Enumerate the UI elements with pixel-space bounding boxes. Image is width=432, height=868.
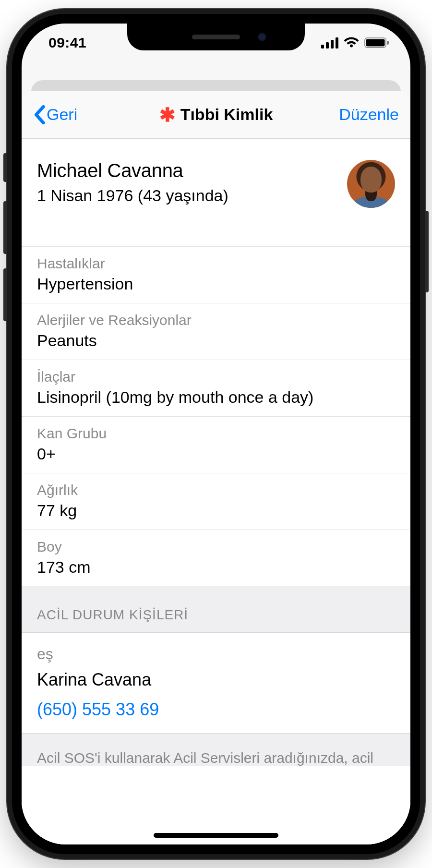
page-title-text: Tıbbi Kimlik: [180, 105, 273, 124]
field-medications: İlaçlar Lisinopril (10mg by mouth once a…: [22, 360, 410, 416]
field-blood-type: Kan Grubu 0+: [22, 416, 410, 473]
field-label: Hastalıklar: [37, 255, 395, 272]
field-label: Boy: [37, 539, 395, 555]
field-value: 77 kg: [37, 501, 395, 520]
medical-id-sheet: Geri ✱ Tıbbi Kimlik Düzenle Michael Cava…: [22, 91, 410, 844]
volume-down-button: [3, 268, 7, 321]
power-button: [425, 211, 429, 292]
contact-relation: eş: [37, 645, 395, 663]
field-conditions: Hastalıklar Hypertension: [22, 246, 410, 303]
volume-up-button: [3, 201, 7, 254]
front-camera: [258, 33, 266, 41]
emergency-section-header: ACİL DURUM KİŞİLERİ: [22, 586, 410, 633]
field-label: Ağırlık: [37, 482, 395, 498]
battery-icon: [364, 37, 389, 48]
back-button[interactable]: Geri: [33, 105, 159, 124]
status-time: 09:41: [48, 35, 86, 51]
wifi-icon: [343, 37, 360, 48]
footer-note: Acil SOS'i kullanarak Acil Servisleri ar…: [22, 733, 410, 766]
back-label: Geri: [47, 105, 77, 124]
page-title: ✱ Tıbbi Kimlik: [159, 105, 273, 124]
avatar: [347, 160, 395, 208]
silence-switch: [3, 153, 7, 182]
svg-rect-2: [331, 40, 334, 48]
screen: 09:41 Geri ✱ Tıbbi Kimlik Düzenle: [22, 24, 410, 844]
contact-phone[interactable]: (650) 555 33 69: [37, 699, 395, 720]
field-label: İlaçlar: [37, 369, 395, 385]
profile-name: Michael Cavanna: [37, 160, 228, 181]
medical-id-icon: ✱: [159, 105, 176, 124]
navbar: Geri ✱ Tıbbi Kimlik Düzenle: [22, 91, 410, 139]
svg-rect-5: [366, 39, 385, 47]
svg-rect-1: [326, 42, 329, 48]
svg-rect-3: [336, 37, 338, 48]
content[interactable]: Michael Cavanna 1 Nisan 1976 (43 yaşında…: [22, 139, 410, 844]
home-indicator[interactable]: [154, 833, 278, 838]
field-label: Kan Grubu: [37, 425, 395, 442]
field-value: Hypertension: [37, 275, 395, 293]
field-allergies: Alerjiler ve Reaksiyonlar Peanuts: [22, 303, 410, 360]
speaker-grille: [192, 35, 240, 39]
svg-rect-0: [321, 45, 324, 48]
field-weight: Ağırlık 77 kg: [22, 473, 410, 530]
profile-dob: 1 Nisan 1976 (43 yaşında): [37, 186, 228, 205]
field-value: 173 cm: [37, 558, 395, 577]
edit-button[interactable]: Düzenle: [339, 105, 399, 124]
cellular-icon: [321, 37, 338, 48]
field-value: 0+: [37, 445, 395, 463]
field-height: Boy 173 cm: [22, 530, 410, 586]
svg-rect-6: [387, 41, 389, 45]
chevron-left-icon: [33, 105, 46, 124]
profile-header: Michael Cavanna 1 Nisan 1976 (43 yaşında…: [22, 139, 410, 246]
field-label: Alerjiler ve Reaksiyonlar: [37, 312, 395, 328]
emergency-contact: eş Karina Cavana (650) 555 33 69: [22, 633, 410, 733]
contact-name: Karina Cavana: [37, 670, 395, 690]
status-icons: [321, 37, 389, 48]
field-value: Peanuts: [37, 331, 395, 350]
phone-frame: 09:41 Geri ✱ Tıbbi Kimlik Düzenle: [7, 9, 425, 859]
notch: [127, 24, 305, 50]
field-value: Lisinopril (10mg by mouth once a day): [37, 388, 395, 407]
